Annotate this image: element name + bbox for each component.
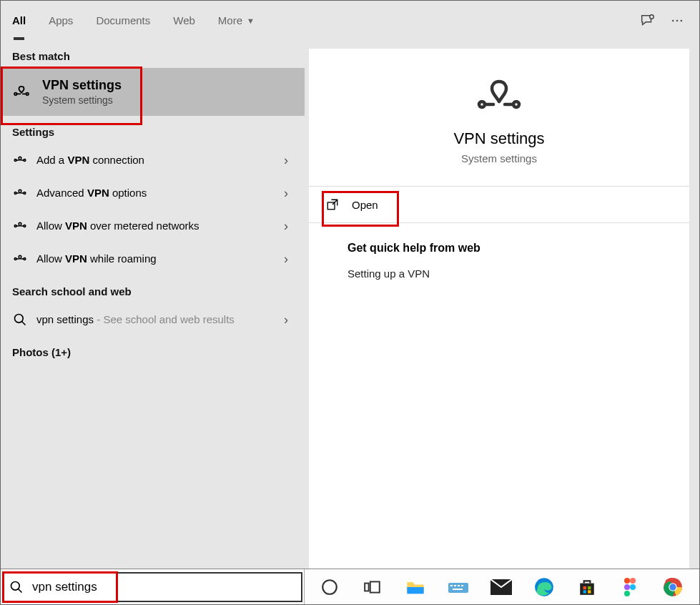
svg-point-2: [676, 19, 679, 21]
vpn-icon: [9, 80, 34, 104]
settings-item-label: Allow VPN while roaming: [36, 252, 276, 266]
svg-rect-35: [588, 590, 591, 593]
tab-label: Documents: [96, 14, 150, 26]
svg-rect-28: [453, 589, 463, 590]
settings-item-label: Advanced VPN options: [36, 186, 276, 200]
svg-rect-33: [588, 586, 591, 589]
svg-point-12: [14, 258, 16, 260]
preview-subtitle: System settings: [461, 152, 537, 164]
svg-rect-27: [461, 585, 463, 586]
file-explorer-icon[interactable]: [400, 572, 430, 602]
open-label: Open: [352, 199, 378, 211]
search-web-label: vpn settings - See school and web result…: [36, 313, 276, 327]
feedback-icon[interactable]: [632, 6, 662, 36]
svg-rect-25: [454, 585, 456, 586]
microsoft-store-icon[interactable]: [572, 572, 602, 602]
task-view-icon[interactable]: [358, 572, 388, 602]
svg-point-19: [322, 580, 337, 594]
vpn-icon: [9, 248, 31, 270]
tab-label: More: [218, 14, 242, 26]
tab-label: Apps: [49, 14, 73, 26]
svg-point-7: [24, 159, 26, 162]
svg-rect-20: [365, 583, 368, 591]
chevron-right-icon: ›: [276, 153, 296, 168]
tab-more[interactable]: More▼: [207, 1, 266, 40]
svg-rect-32: [583, 586, 586, 589]
svg-rect-22: [407, 587, 423, 594]
preview-actions: Open: [309, 187, 689, 223]
cortana-icon[interactable]: [315, 572, 345, 602]
settings-item-vpn-roaming[interactable]: Allow VPN while roaming ›: [1, 242, 305, 275]
svg-point-0: [650, 14, 654, 19]
preview-header: VPN settings System settings: [309, 49, 689, 187]
chevron-right-icon: ›: [276, 186, 296, 201]
vpn-icon: [9, 182, 31, 204]
svg-point-14: [15, 315, 24, 323]
chrome-icon[interactable]: [658, 572, 688, 602]
svg-rect-21: [370, 581, 380, 592]
photos-header[interactable]: Photos (1+): [1, 336, 305, 364]
quick-help-link[interactable]: Setting up a VPN: [347, 267, 651, 280]
vpn-icon: [9, 215, 31, 237]
tab-all[interactable]: All: [1, 1, 37, 40]
chevron-right-icon: ›: [276, 313, 296, 328]
svg-point-3: [681, 19, 683, 21]
taskbar: [1, 569, 699, 604]
svg-rect-26: [458, 585, 460, 586]
svg-point-36: [624, 578, 630, 584]
tab-web[interactable]: Web: [162, 1, 207, 40]
vpn-icon: [9, 149, 31, 171]
search-box[interactable]: [2, 572, 302, 602]
svg-point-1: [672, 19, 674, 21]
tab-documents[interactable]: Documents: [84, 1, 162, 40]
taskbar-search: [1, 569, 305, 604]
svg-point-10: [14, 225, 16, 227]
open-button[interactable]: Open: [322, 194, 394, 215]
tabs: All Apps Documents Web More▼: [1, 1, 266, 40]
svg-point-8: [14, 192, 16, 195]
svg-rect-24: [450, 585, 453, 586]
keyboard-icon[interactable]: [443, 572, 473, 602]
figma-icon[interactable]: [615, 572, 645, 602]
tab-label: Web: [173, 14, 195, 26]
best-match-header: Best match: [1, 40, 305, 68]
mail-icon[interactable]: [486, 572, 516, 602]
quick-help-header: Get quick help from web: [347, 242, 651, 255]
best-match-result[interactable]: VPN settings System settings: [1, 68, 305, 116]
chevron-down-icon: ▼: [247, 16, 255, 25]
search-icon: [9, 580, 24, 594]
search-input[interactable]: [32, 580, 295, 594]
settings-item-add-vpn[interactable]: Add a VPN connection ›: [1, 144, 305, 177]
settings-item-vpn-metered[interactable]: Allow VPN over metered networks ›: [1, 210, 305, 242]
open-icon: [326, 198, 339, 211]
preview-title: VPN settings: [453, 129, 544, 148]
vpn-icon: [475, 76, 523, 117]
preview-pane: VPN settings System settings Open Get qu…: [309, 49, 689, 569]
svg-point-37: [630, 578, 636, 584]
more-options-icon[interactable]: [662, 6, 692, 36]
svg-point-13: [24, 258, 26, 260]
svg-rect-23: [448, 583, 468, 593]
svg-point-40: [624, 591, 630, 596]
taskbar-icons: [305, 572, 699, 602]
quick-help: Get quick help from web Setting up a VPN: [309, 223, 689, 298]
settings-item-advanced-vpn[interactable]: Advanced VPN options ›: [1, 177, 305, 210]
search-topbar: All Apps Documents Web More▼: [1, 1, 699, 40]
svg-point-9: [24, 192, 26, 195]
settings-header: Settings: [1, 116, 305, 144]
search-web-item[interactable]: vpn settings - See school and web result…: [1, 303, 305, 336]
svg-rect-34: [583, 590, 586, 593]
svg-point-38: [624, 584, 630, 590]
results-pane: Best match VPN settings System settings …: [1, 40, 305, 569]
tab-label: All: [12, 14, 26, 26]
settings-item-label: Allow VPN over metered networks: [36, 219, 276, 233]
chevron-right-icon: ›: [276, 252, 296, 267]
settings-item-label: Add a VPN connection: [36, 153, 276, 167]
best-match-subtitle: System settings: [42, 94, 122, 106]
search-web-header: Search school and web: [1, 275, 305, 303]
edge-icon[interactable]: [529, 572, 559, 602]
svg-point-6: [14, 159, 16, 162]
svg-point-11: [24, 225, 26, 227]
svg-point-43: [669, 584, 676, 590]
tab-apps[interactable]: Apps: [37, 1, 84, 40]
